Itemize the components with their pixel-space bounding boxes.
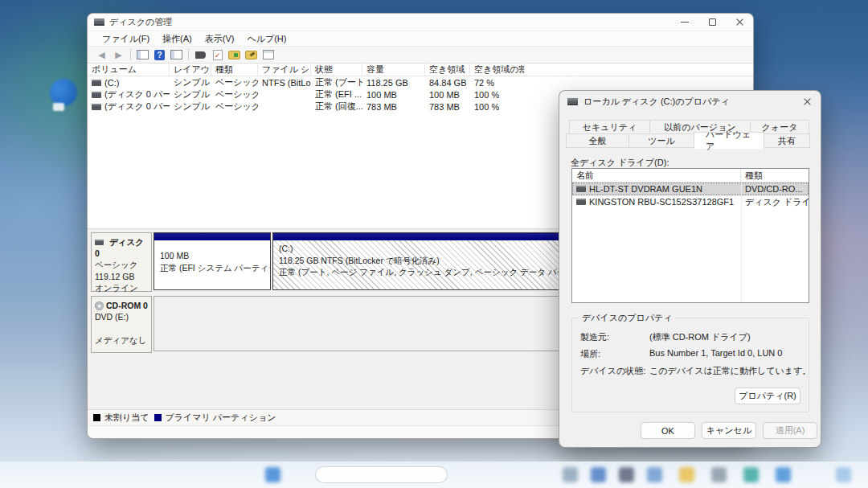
console-tree-button[interactable] xyxy=(135,48,150,62)
taskbar-app-3[interactable] xyxy=(619,467,634,482)
help-icon: ? xyxy=(154,50,165,60)
desktop-app-icon[interactable] xyxy=(50,79,77,106)
table-row-c-drive[interactable]: (C:) シンプル ベーシック NTFS (BitLo... 正常 (ブート..… xyxy=(88,76,753,88)
tab-row-2: 全般 ツール ハードウェア 共有 xyxy=(566,133,809,149)
forward-button[interactable]: ▶ xyxy=(111,48,126,62)
action-pane-button[interactable] xyxy=(169,48,184,62)
ok-button[interactable]: OK xyxy=(641,422,695,439)
unallocated-swatch xyxy=(93,414,100,421)
column-header-volume[interactable]: ボリューム xyxy=(88,64,170,76)
list-item-kingston[interactable]: KINGSTON RBU-SC152S37128GF1 ディスク ドライブ xyxy=(572,195,809,208)
properties-list-icon xyxy=(263,50,274,59)
taskbar-app-6[interactable] xyxy=(711,467,727,482)
console-tree-icon xyxy=(137,50,149,59)
volume-name: (ディスク 0 パーティシ... xyxy=(104,100,170,113)
dialog-close-button[interactable] xyxy=(793,91,821,112)
apply-button[interactable]: 適用(A) xyxy=(763,422,817,439)
tab-hardware[interactable]: ハードウェア xyxy=(694,132,764,149)
check-icon: ✓ xyxy=(213,50,223,60)
volume-icon xyxy=(92,80,101,86)
toolbar: ◀ ▶ ? ✓ xyxy=(88,47,753,64)
properties-toolbar-button[interactable] xyxy=(260,48,276,62)
column-header-filesystem[interactable]: ファイル システム xyxy=(258,64,311,76)
forward-icon: ▶ xyxy=(115,51,121,59)
close-button[interactable] xyxy=(726,14,753,31)
start-button[interactable] xyxy=(265,467,280,482)
import-disk-button[interactable] xyxy=(227,48,242,62)
refresh-icon xyxy=(195,51,206,59)
column-header-capacity[interactable]: 容量 xyxy=(362,64,425,76)
taskbar xyxy=(0,461,868,488)
device-properties-group: デバイスのプロパティ 製造元: (標準 CD-ROM ドライブ) 場所: Bus… xyxy=(571,318,809,412)
disk-icon xyxy=(95,240,104,245)
disk0-label-cell[interactable]: ディスク 0 ベーシック 119.12 GB オンライン xyxy=(91,232,152,292)
cdrom-media: メディアなし xyxy=(95,335,146,345)
column-header-freepct[interactable]: 空き領域の割... xyxy=(470,64,525,76)
volume-type: ベーシック xyxy=(211,100,258,113)
cdrom-name: CD-ROM 0 xyxy=(106,301,148,310)
edit-disk-button[interactable] xyxy=(244,48,259,62)
back-icon: ◀ xyxy=(98,51,104,59)
disk0-size: 119.12 GB xyxy=(95,272,134,281)
menu-help[interactable]: ヘルプ(H) xyxy=(240,33,293,45)
dialog-footer: OK キャンセル 適用(A) xyxy=(559,422,821,439)
volume-freepct: 100 % xyxy=(470,88,525,100)
tab-sharing[interactable]: 共有 xyxy=(764,133,810,148)
volume-name: (C:) xyxy=(104,78,119,88)
taskbar-app-8[interactable] xyxy=(776,467,791,482)
title-bar[interactable]: ディスクの管理 xyxy=(88,14,753,31)
help-button[interactable]: ? xyxy=(152,48,167,62)
menu-view[interactable]: 表示(V) xyxy=(199,33,241,45)
taskbar-search[interactable] xyxy=(315,466,448,483)
legend-unallocated: 未割り当て xyxy=(104,412,149,424)
list-item-dvdram[interactable]: HL-DT-ST DVDRAM GUE1N DVD/CD-RO... xyxy=(572,182,809,195)
minimize-button[interactable] xyxy=(671,14,698,31)
volume-status: 正常 (EFI ... xyxy=(311,88,362,100)
tab-tools[interactable]: ツール xyxy=(628,133,694,148)
drive-icon xyxy=(576,199,586,205)
column-header-freespace[interactable]: 空き領域 xyxy=(425,64,470,76)
dialog-title: ローカル ディスク (C:)のプロパティ xyxy=(583,96,730,108)
cancel-button[interactable]: キャンセル xyxy=(702,422,756,439)
menu-file[interactable]: ファイル(F) xyxy=(96,33,156,45)
check-disk-button[interactable]: ✓ xyxy=(210,48,225,62)
column-header-type[interactable]: 種類 xyxy=(741,169,809,182)
maximize-button[interactable] xyxy=(698,14,726,31)
disk0-type: ベーシック xyxy=(95,260,137,269)
refresh-button[interactable] xyxy=(193,48,208,62)
column-header-layout[interactable]: レイアウト xyxy=(170,64,211,76)
tab-general[interactable]: 全般 xyxy=(566,133,629,148)
desktop-app-icon-label xyxy=(53,103,64,111)
volume-type: ベーシック xyxy=(211,76,258,88)
device-status-label: デバイスの状態: xyxy=(580,365,649,377)
back-button[interactable]: ◀ xyxy=(94,48,109,62)
volume-name: (ディスク 0 パーティシ... xyxy=(104,88,170,100)
taskbar-app-2[interactable] xyxy=(591,467,606,482)
volume-status: 正常 (ブート... xyxy=(311,76,362,88)
cdrom-label-cell[interactable]: CD-ROM 0 DVD (E:) メディアなし xyxy=(91,296,152,353)
column-separator xyxy=(741,182,742,302)
column-header-name[interactable]: 名前 xyxy=(572,169,741,182)
c-partition-detail: 118.25 GB NTFS (BitLocker で暗号化済み) xyxy=(279,256,440,265)
close-icon xyxy=(735,18,744,27)
taskbar-app-1[interactable] xyxy=(563,467,578,482)
menu-bar: ファイル(F) 操作(A) 表示(V) ヘルプ(H) xyxy=(88,31,753,47)
properties-button[interactable]: プロパティ(R) xyxy=(735,388,800,404)
taskbar-app-7[interactable] xyxy=(743,467,759,482)
column-header-status[interactable]: 状態 xyxy=(311,64,362,76)
volume-status: 正常 (回復... xyxy=(311,100,362,113)
taskbar-app-5[interactable] xyxy=(679,467,694,482)
taskbar-app-4[interactable] xyxy=(647,467,662,482)
taskbar-tray[interactable] xyxy=(836,467,851,482)
efi-partition-block[interactable]: 100 MB 正常 (EFI システム パーティション) xyxy=(154,232,271,290)
volume-filesystem xyxy=(258,100,311,113)
drive-list-header: 名前 種類 xyxy=(572,169,809,182)
volume-freepct: 100 % xyxy=(470,100,525,113)
column-header-type[interactable]: 種類 xyxy=(211,64,258,76)
volume-filesystem: NTFS (BitLo... xyxy=(258,76,311,88)
dialog-title-bar[interactable]: ローカル ディスク (C:)のプロパティ xyxy=(559,91,821,112)
tab-security[interactable]: セキュリティ xyxy=(569,120,650,134)
menu-action[interactable]: 操作(A) xyxy=(156,33,199,45)
volume-freepct: 72 % xyxy=(470,76,525,88)
toolbar-separator xyxy=(188,49,189,60)
